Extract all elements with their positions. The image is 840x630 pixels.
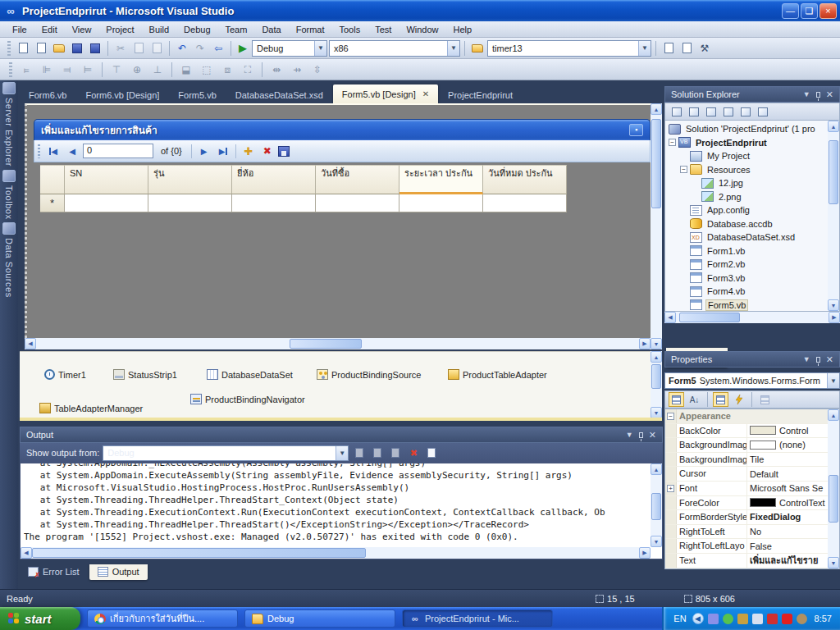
tree-item-form2[interactable]: Form2.vb	[665, 258, 839, 272]
save-data-icon[interactable]	[278, 146, 290, 157]
view-class-diagram-icon[interactable]	[756, 105, 770, 119]
menu-view[interactable]: View	[65, 23, 99, 36]
platform-combo[interactable]: x86▼	[329, 40, 460, 57]
delete-icon[interactable]: ✖	[259, 144, 276, 159]
window-menu-icon[interactable]: ▼	[626, 431, 633, 439]
tab-error-list[interactable]: Error List	[20, 564, 88, 580]
window-menu-icon[interactable]: ▼	[803, 355, 810, 363]
sidebar-tab-data-sources[interactable]: Data Sources	[4, 238, 14, 298]
menu-help[interactable]: Help	[446, 23, 480, 36]
align-lefts-icon[interactable]: ⫢	[17, 62, 35, 78]
close-icon[interactable]: ✕	[649, 430, 656, 441]
make-same-width-icon[interactable]: ⬓	[177, 62, 195, 78]
show-all-files-icon[interactable]	[687, 105, 701, 119]
menu-file[interactable]: File	[5, 23, 34, 36]
pin-icon[interactable]	[639, 432, 643, 438]
close-icon[interactable]: ✕	[826, 89, 833, 100]
open-file-icon[interactable]	[51, 40, 67, 57]
redo-icon[interactable]: ↷	[192, 40, 208, 57]
tray-item-tableadaptermanager[interactable]: TableAdapterManager	[39, 403, 143, 413]
categorized-icon[interactable]	[669, 392, 684, 407]
output-hscrollbar[interactable]: ◀ ▶	[21, 547, 651, 559]
tray-item-databasedataset[interactable]: DatabaseDataSet	[207, 369, 293, 380]
property-row-righttoleftlayout[interactable]: RightToLeftLayo False	[665, 539, 839, 554]
tab-close-icon[interactable]: ✕	[422, 89, 429, 98]
sidebar-tab-server-explorer[interactable]: Server Explorer	[4, 98, 14, 167]
tree-item-solution[interactable]: Solution 'ProjectEndprirut' (1 pro	[665, 122, 839, 136]
grid-col-purchase-date[interactable]: วันที่ซื้อ	[316, 165, 399, 194]
tree-item-form4[interactable]: Form4.vb	[665, 285, 839, 299]
tab-form6-code[interactable]: Form6.vb	[20, 86, 75, 103]
language-indicator[interactable]: EN	[673, 614, 686, 623]
menu-team[interactable]: Team	[218, 23, 255, 36]
server-explorer-icon[interactable]	[2, 82, 16, 94]
tab-form5-code[interactable]: Form5.vb	[169, 86, 225, 103]
property-row-text[interactable]: Text เพิ่มและแก้ไขราย	[665, 554, 839, 568]
grid-col-model[interactable]: รุ่น	[148, 165, 232, 194]
paste-icon[interactable]	[148, 40, 165, 57]
tray-item-statusstrip1[interactable]: StatusStrip1	[113, 369, 177, 380]
solution-explorer-icon[interactable]	[660, 40, 677, 57]
property-row-righttoleft[interactable]: RightToLeft No	[665, 525, 839, 540]
restore-button[interactable]: ❏	[801, 3, 818, 19]
tree-item-my-project[interactable]: My Project	[665, 149, 839, 163]
align-center-h-icon[interactable]: ⊕	[128, 62, 146, 78]
tray-item-productbindingsource[interactable]: ProductBindingSource	[317, 369, 421, 380]
properties-titlebar[interactable]: Properties ▼ ✕	[664, 351, 840, 368]
move-previous-icon[interactable]: ◀	[64, 144, 80, 159]
vertical-spacing-icon[interactable]: ⇳	[308, 62, 326, 78]
toolbox-icon[interactable]	[2, 170, 16, 182]
tray-icon-avira[interactable]	[782, 614, 792, 624]
tray-icon-audio[interactable]	[737, 614, 748, 624]
properties-object-combo[interactable]: Form5 System.Windows.Forms.Form ▼	[664, 372, 840, 389]
output-titlebar[interactable]: Output ▼ ✕	[20, 427, 663, 443]
close-icon[interactable]: ✕	[826, 354, 833, 365]
taskbar-task-visual-studio[interactable]: ∞ ProjectEndprirut - Mic...	[402, 609, 553, 628]
tray-icon-security-shield[interactable]	[767, 614, 778, 624]
clear-all-icon[interactable]: ✖	[406, 445, 421, 460]
grid-col-brand[interactable]: ยี่ห้อ	[232, 165, 316, 194]
collapse-icon[interactable]: −	[680, 166, 687, 173]
property-row-cursor[interactable]: Cursor Default	[665, 467, 839, 482]
tray-icon-volume[interactable]	[797, 614, 807, 624]
tab-projectendprirut[interactable]: ProjectEndprirut	[439, 86, 522, 103]
find-combo[interactable]: timer13▼	[487, 40, 651, 57]
position-textbox[interactable]: 0	[83, 144, 153, 158]
next-message-icon[interactable]	[388, 445, 403, 460]
tree-item-database-accdb[interactable]: Database.accdb	[665, 217, 839, 231]
sidebar-tab-toolbox[interactable]: Toolbox	[4, 185, 14, 219]
property-category[interactable]: − Appearance	[665, 409, 839, 424]
designed-form[interactable]: เพิ่มและแก้ไขรายการสินค้า ▪ ◀ ◀ 0 of {0}…	[34, 119, 651, 338]
properties-grid[interactable]: − Appearance BackColor Control Backgroun…	[664, 409, 840, 569]
property-row-formborderstyle[interactable]: FormBorderStyle FixedDialog	[665, 510, 839, 525]
menu-window[interactable]: Window	[399, 23, 445, 36]
size-to-grid-icon[interactable]: ⬚	[198, 62, 216, 78]
tree-item-appconfig[interactable]: App.config	[665, 203, 839, 217]
tab-form6-design[interactable]: Form6.vb [Design]	[76, 86, 168, 103]
property-row-backcolor[interactable]: BackColor Control	[665, 424, 839, 439]
toolbox-icon[interactable]: ⚒	[696, 40, 713, 57]
tree-item-dataset-xsd[interactable]: DatabaseDataSet.xsd	[665, 231, 839, 244]
tray-icon-vs[interactable]	[708, 614, 719, 624]
clock[interactable]: 8:57	[815, 614, 832, 623]
start-debug-icon[interactable]: ▶	[239, 42, 247, 54]
minimize-button[interactable]: —	[782, 3, 799, 19]
align-tops-icon[interactable]: ⊤	[107, 62, 126, 78]
tray-vscrollbar[interactable]: ▲ ▼	[651, 351, 662, 418]
tray-item-productbindingnavigator[interactable]: ProductBindingNavigator	[190, 394, 305, 404]
tray-icon-network[interactable]	[752, 614, 763, 624]
prev-message-icon[interactable]	[370, 445, 385, 460]
tab-databasedataset[interactable]: DatabaseDataSet.xsd	[226, 86, 332, 103]
add-item-icon[interactable]	[33, 40, 49, 57]
tray-collapse-icon[interactable]: ◀	[692, 613, 704, 624]
grid-corner-cell[interactable]	[40, 165, 65, 194]
menu-edit[interactable]: Edit	[34, 23, 65, 36]
remove-h-spacing-icon[interactable]: ⇸	[288, 62, 306, 78]
property-row-forecolor[interactable]: ForeColor ControlText	[665, 496, 839, 511]
tree-item-form3[interactable]: Form3.vb	[665, 272, 839, 285]
word-wrap-icon[interactable]	[424, 445, 439, 460]
tab-form5-design[interactable]: Form5.vb [Design] ✕	[333, 84, 438, 103]
make-same-height-icon[interactable]: ⛶	[239, 62, 257, 78]
properties-icon[interactable]	[669, 105, 684, 119]
view-code-icon[interactable]	[721, 105, 736, 119]
